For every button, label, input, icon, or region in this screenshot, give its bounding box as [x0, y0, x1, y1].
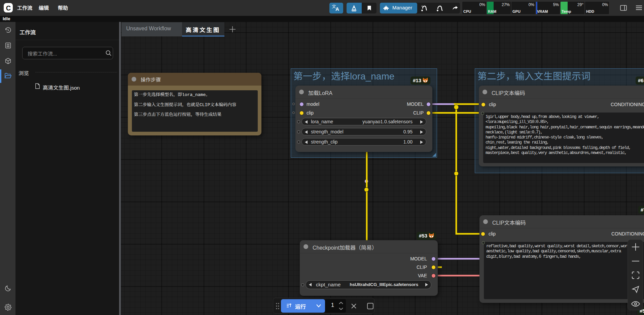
svg-text:C: C: [6, 4, 11, 12]
